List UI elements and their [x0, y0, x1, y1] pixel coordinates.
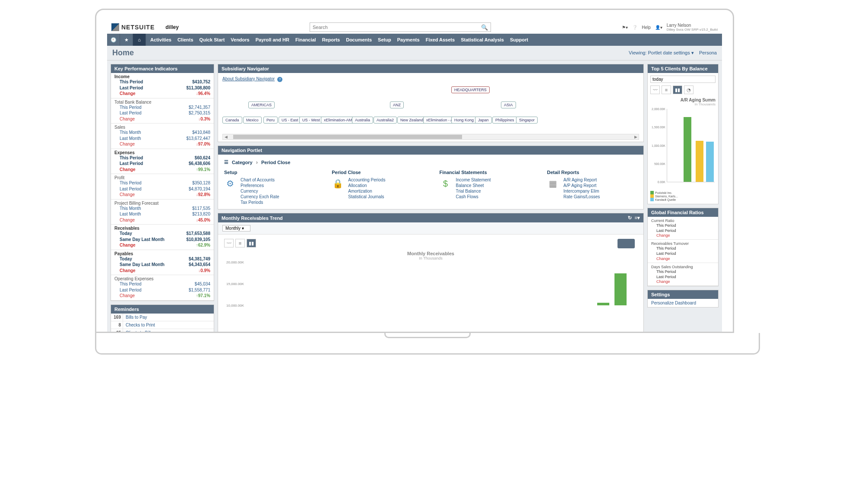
reminder-label: Checks to Print — [123, 321, 158, 329]
mrt-chart: 20,000.00K 15,000.00K 10,000.00K — [247, 262, 633, 305]
mrt-bar[interactable] — [614, 273, 627, 305]
org-node[interactable]: Japan — [475, 117, 492, 124]
org-node[interactable]: ASIA — [501, 101, 516, 108]
nav-link[interactable]: Currency — [241, 189, 279, 193]
org-node[interactable]: HEADQUARTERS — [451, 86, 490, 93]
nav-link[interactable]: Trial Balance — [456, 189, 491, 193]
kpi-row: Last Period$6,438,606 — [114, 161, 210, 167]
top5-date-input[interactable] — [650, 76, 716, 83]
breadcrumb-category[interactable]: Category — [232, 160, 253, 165]
global-search[interactable]: 🔍 — [310, 22, 491, 32]
hamburger-icon[interactable]: ☰ — [224, 159, 228, 165]
chart-type-bar[interactable]: ▮▮ — [247, 239, 256, 247]
nav-item[interactable]: Statistical Analysis — [461, 37, 504, 42]
nav-link[interactable]: A/P Aging Report — [564, 183, 600, 188]
nav-link[interactable]: Rate Gains/Losses — [564, 194, 600, 199]
search-icon[interactable]: 🔍 — [481, 24, 488, 31]
nav-item[interactable]: Payments — [397, 37, 420, 42]
top5-chart-sub: In Thousands — [650, 102, 716, 106]
refresh-icon[interactable]: ↻ — [628, 215, 632, 220]
search-input[interactable] — [313, 25, 481, 30]
reminder-row[interactable]: 65Clients to Bill — [111, 329, 214, 332]
nav-item[interactable]: Vendors — [231, 37, 249, 42]
notifications-icon[interactable]: ⚑▾ — [622, 25, 628, 30]
nav-item[interactable]: Quick Start — [200, 37, 225, 42]
nav-item[interactable]: Setup — [378, 37, 391, 42]
org-node[interactable]: AMERICAS — [248, 101, 275, 108]
nav-home-icon[interactable]: ⌂ — [133, 34, 146, 46]
nav-link[interactable]: Amortization — [348, 189, 385, 193]
org-node[interactable]: ANZ — [390, 101, 404, 108]
help-link[interactable]: Help — [642, 25, 651, 30]
about-subnav-link[interactable]: About Subsidiary Navigator — [222, 76, 275, 81]
top5-bar[interactable] — [696, 141, 703, 182]
scroll-left-icon[interactable]: ◀ — [223, 135, 229, 139]
org-node[interactable]: Philippines — [492, 117, 517, 124]
nav-item[interactable]: Support — [510, 37, 528, 42]
reminder-row[interactable]: 169Bills to Pay — [111, 314, 214, 321]
nav-item[interactable]: Financial — [295, 37, 316, 42]
breadcrumb-period-close[interactable]: Period Close — [261, 160, 290, 165]
legend-label: Podolski Inc. — [655, 191, 672, 194]
personalize-link[interactable]: Persona — [699, 50, 717, 55]
nav-link[interactable]: Allocation — [348, 183, 385, 188]
nav-link[interactable]: Currency Exch Rate — [241, 194, 279, 199]
reminder-count: 8 — [111, 321, 123, 329]
nav-link[interactable]: Intercompany Elim — [564, 189, 600, 193]
nav-item[interactable]: Fixed Assets — [426, 37, 455, 42]
mrt-bar[interactable] — [597, 303, 609, 305]
kpi-row: Change↑99.1% — [114, 167, 210, 173]
period-selector[interactable]: Monthly ▾ — [222, 225, 250, 231]
chart-type-area[interactable]: 〰 — [224, 239, 234, 247]
personalize-dashboard-link[interactable]: Personalize Dashboard — [651, 301, 696, 305]
org-node[interactable]: Peru — [263, 117, 278, 124]
nav-recent-icon[interactable]: 🕘 — [107, 34, 120, 46]
viewing-selector[interactable]: Viewing: Portlet date settings — [629, 50, 690, 55]
nav-item[interactable]: Reports — [322, 37, 340, 42]
scroll-thumb[interactable] — [233, 135, 462, 139]
nav-col: Period Close🔒Accounting PeriodsAllocatio… — [332, 170, 422, 205]
nav-link[interactable]: A/R Aging Report — [564, 178, 600, 182]
chevron-down-icon[interactable]: ▾ — [691, 50, 694, 55]
top5-bar[interactable] — [706, 142, 714, 182]
nav-link[interactable]: Chart of Accounts — [241, 178, 279, 182]
reminder-row[interactable]: 8Checks to Print — [111, 321, 214, 329]
help-icon[interactable]: ❔ — [632, 25, 637, 30]
menu-icon[interactable]: ≡▾ — [635, 215, 640, 220]
nav-link[interactable]: Tax Periods — [241, 200, 279, 205]
org-node[interactable]: US - West — [299, 117, 323, 124]
chart-type-area[interactable]: 〰 — [650, 86, 660, 94]
nav-item[interactable]: Clients — [177, 37, 193, 42]
nav-favorites-icon[interactable]: ★ — [120, 34, 133, 46]
nav-item[interactable]: Activities — [150, 37, 171, 42]
nav-link[interactable]: Cash Flows — [456, 194, 491, 199]
page-title: Home — [112, 48, 134, 57]
user-menu[interactable]: Larry Nelson Dilley Svcs OW SRP-v15.2_Bu… — [667, 23, 718, 32]
chart-type-line[interactable]: ≡ — [662, 86, 671, 94]
horizontal-scrollbar[interactable]: ◀ ▶ — [222, 134, 639, 140]
chart-type-line[interactable]: ≡ — [235, 239, 245, 247]
nav-link[interactable]: Income Statement — [456, 178, 491, 182]
nav-item[interactable]: Documents — [346, 37, 372, 42]
kpi-row: Today$17,653,588 — [114, 231, 210, 237]
chart-type-pie[interactable]: ◔ — [684, 86, 694, 94]
top5-bar[interactable] — [684, 117, 691, 182]
org-node[interactable]: New Zealand — [397, 117, 426, 124]
user-avatar-icon[interactable]: 👤▾ — [655, 25, 662, 30]
nav-link[interactable]: Statistical Journals — [348, 194, 385, 199]
org-node[interactable]: Singapor — [516, 117, 538, 124]
chart-type-bar[interactable]: ▮▮ — [673, 86, 682, 94]
org-node[interactable]: Canada — [222, 117, 242, 124]
nav-link[interactable]: Accounting Periods — [348, 178, 385, 182]
org-node[interactable]: Australia2 — [374, 117, 397, 124]
help-icon[interactable]: ? — [277, 77, 282, 82]
nav-link[interactable]: Preferences — [241, 183, 279, 188]
org-node[interactable]: Australia — [352, 117, 373, 124]
org-node[interactable]: US - East — [279, 117, 301, 124]
top5-ytick: 0.00K — [650, 181, 665, 184]
scroll-right-icon[interactable]: ▶ — [633, 135, 639, 139]
org-node[interactable]: Mexico — [243, 117, 262, 124]
nav-item[interactable]: Payroll and HR — [256, 37, 289, 42]
nav-link[interactable]: Balance Sheet — [456, 183, 491, 188]
org-node[interactable]: Hong Kong — [451, 117, 477, 124]
